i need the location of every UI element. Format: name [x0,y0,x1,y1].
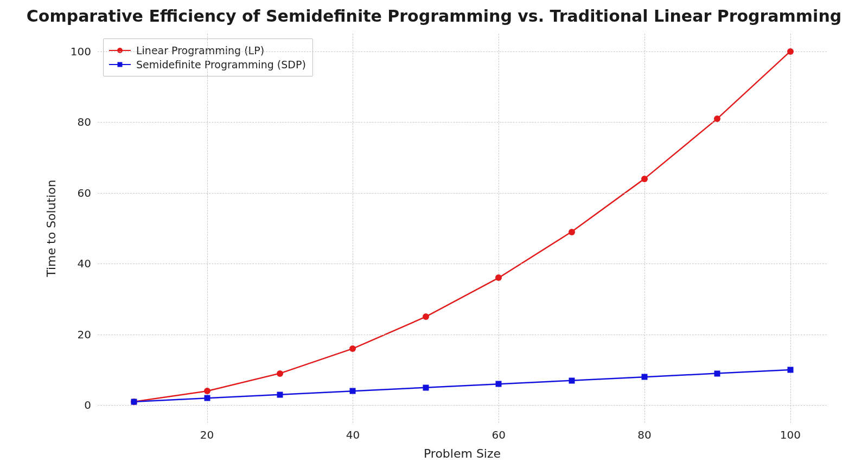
data-point [495,274,502,281]
data-point [277,370,283,377]
data-point [277,391,283,397]
y-tick-label: 20 [69,328,91,341]
series-line [134,52,790,402]
x-axis-label: Problem Size [424,447,501,460]
data-point [204,388,210,394]
legend: Linear Programming (LP)Semidefinite Prog… [103,38,313,76]
series-line [134,370,790,402]
data-point [642,374,648,380]
y-tick-label: 40 [69,257,91,270]
data-point [131,399,137,405]
legend-label: Semidefinite Programming (SDP) [136,59,306,70]
legend-swatch [109,61,131,68]
x-tick-label: 100 [780,428,801,441]
plot-area: Problem Size Time to Solution Linear Pro… [98,34,827,423]
legend-item: Semidefinite Programming (SDP) [109,57,306,72]
data-point [787,48,794,55]
y-tick-label: 0 [69,399,91,412]
y-tick-label: 60 [69,187,91,200]
data-point [204,395,210,401]
data-point [349,345,356,352]
legend-item: Linear Programming (LP) [109,43,306,57]
y-tick-label: 80 [69,115,91,129]
data-point [641,176,648,182]
chart-container: Comparative Efficiency of Semidefinite P… [0,0,868,475]
legend-swatch [109,47,131,54]
x-tick-label: 20 [200,428,214,441]
data-point [714,370,720,376]
data-point [423,384,429,390]
x-tick-label: 80 [637,428,651,441]
y-axis-label: Time to Solution [44,179,58,277]
data-point [350,388,356,394]
data-point [569,377,575,383]
chart-lines [98,34,827,423]
data-point [496,381,502,387]
legend-label: Linear Programming (LP) [136,44,264,56]
data-point [787,367,793,373]
y-tick-label: 100 [69,45,91,58]
x-tick-label: 60 [492,428,505,441]
data-point [569,229,575,235]
data-point [714,115,720,122]
data-point [423,313,429,320]
x-tick-label: 40 [346,428,360,441]
chart-title: Comparative Efficiency of Semidefinite P… [0,7,868,25]
